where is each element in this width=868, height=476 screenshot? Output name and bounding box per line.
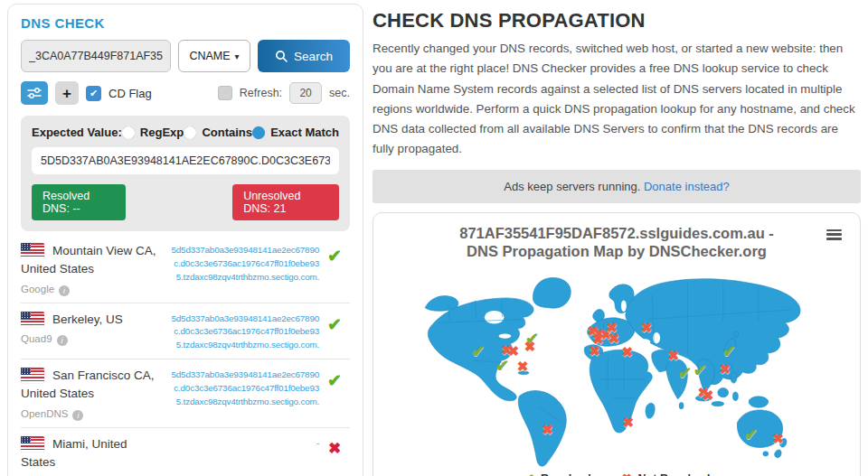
dns-result: 5d5d337ab0a3e93948141ae2ec67890c.d0c3c3e…	[167, 242, 319, 285]
legend-resolved: ✔ Resolved	[524, 471, 591, 476]
map-title: 871AF35541F95DAF8572.sslguides.com.au - …	[381, 224, 853, 261]
map-marker-not-resolved[interactable]: ✖	[524, 340, 536, 353]
dns-result: 5d5d337ab0a3e93948141ae2ec67890c.d0c3c3e…	[167, 367, 319, 409]
hostname-input[interactable]	[21, 40, 171, 72]
expected-value-panel: Expected Value: RegExp Contains Exact Ma…	[21, 116, 350, 231]
map-legend: ✔ Resolved ✖ Not Resolved	[381, 471, 853, 476]
intro-paragraph: Recently changed your DNS records, switc…	[373, 39, 861, 160]
unresolved-dns-badge: Unresolved DNS: 21	[232, 184, 339, 220]
map-title-line2: DNS Propagation Map by DNSChecker.org	[381, 242, 853, 261]
options-row: + ✔ CD Flag Refresh: sec.	[21, 81, 350, 105]
us-flag-icon	[21, 368, 44, 383]
refresh-checkbox[interactable]	[218, 86, 232, 100]
search-button-label: Search	[294, 50, 333, 63]
world-map: ✔✔✔✔✔✔✔✖✖✖✖✖✖✖✖✖✖✖✖✖✖✖✖✖✖✖✖	[386, 266, 847, 469]
map-marker-not-resolved[interactable]: ✖	[772, 432, 784, 445]
dns-result: 5d5d337ab0a3e93948141ae2ec67890c.d0c3c3e…	[167, 311, 319, 353]
info-icon[interactable]: i	[57, 335, 68, 346]
server-provider: Google	[21, 284, 54, 294]
cd-flag-checkbox[interactable]: ✔	[86, 86, 101, 101]
map-marker-resolved[interactable]: ✔	[693, 362, 707, 378]
mode-contains[interactable]: Contains	[184, 126, 252, 139]
map-marker-not-resolved[interactable]: ✖	[542, 423, 553, 436]
dns-server-list: Mountain View CA, United States Googlei …	[21, 235, 350, 476]
not-resolved-cross-icon: ✖	[622, 471, 632, 476]
mode-regexp[interactable]: RegExp	[122, 126, 184, 139]
us-flag-icon	[21, 312, 44, 327]
us-flag-icon	[21, 243, 44, 258]
server-provider: Quad9	[21, 333, 52, 344]
map-marker-not-resolved[interactable]: ✖	[641, 320, 653, 333]
status-icon: ✔	[319, 311, 350, 335]
map-marker-not-resolved[interactable]: ✖	[720, 361, 731, 375]
regexp-radio[interactable]	[122, 126, 135, 139]
donate-link[interactable]: Donate instead?	[644, 180, 730, 193]
expected-value-input[interactable]	[32, 147, 339, 174]
sliders-icon	[27, 87, 42, 99]
search-row: CNAME ▾ Search	[21, 40, 350, 72]
chart-menu-icon[interactable]	[826, 228, 842, 242]
map-marker-not-resolved[interactable]: ✖	[703, 387, 714, 401]
server-location: Berkeley, US	[52, 313, 123, 326]
map-marker-not-resolved[interactable]: ✖	[517, 359, 529, 372]
info-icon[interactable]: i	[59, 285, 70, 296]
record-type-select[interactable]: CNAME ▾	[178, 40, 250, 72]
record-type-value: CNAME	[189, 50, 230, 62]
map-marker-resolved[interactable]: ✔	[495, 358, 509, 374]
check-icon: ✔	[90, 88, 98, 99]
status-icon: ✔	[319, 367, 350, 391]
map-marker-not-resolved[interactable]: ✖	[667, 349, 679, 362]
search-button[interactable]: Search	[258, 40, 350, 72]
ads-notice-text: Ads keep servers running.	[504, 180, 640, 193]
refresh-interval-input[interactable]	[289, 82, 322, 104]
chevron-down-icon: ▾	[235, 51, 240, 61]
map-marker-not-resolved[interactable]: ✖	[622, 415, 634, 429]
options-toggle-button[interactable]	[21, 81, 48, 105]
map-marker-resolved[interactable]: ✔	[471, 343, 485, 359]
map-marker-not-resolved[interactable]: ✖	[621, 344, 633, 358]
cd-flag-label: CD Flag	[108, 87, 152, 100]
map-marker-not-resolved[interactable]: ✖	[507, 343, 519, 357]
map-marker-resolved[interactable]: ✔	[722, 343, 736, 359]
refresh-label: Refresh:	[240, 87, 282, 99]
add-server-button[interactable]: +	[55, 81, 79, 105]
panel-title: DNS CHECK	[21, 15, 350, 31]
map-marker-not-resolved[interactable]: ✖	[589, 343, 600, 357]
server-provider: OpenDNS	[21, 408, 68, 419]
ads-notice: Ads keep servers running. Donate instead…	[373, 170, 861, 203]
map-marker-not-resolved[interactable]: ✖	[609, 331, 620, 345]
expected-value-label: Expected Value:	[32, 126, 122, 139]
table-row: Mountain View CA, United States Googlei …	[21, 235, 350, 303]
legend-resolved-label: Resolved	[541, 472, 591, 476]
map-marker-resolved[interactable]: ✔	[678, 365, 692, 381]
map-marker-resolved[interactable]: ✔	[744, 426, 758, 443]
contains-radio[interactable]	[184, 126, 196, 139]
table-row: Berkeley, US Quad9i 5d5d337ab0a3e9394814…	[21, 303, 350, 360]
mode-exact-match[interactable]: Exact Match	[252, 126, 339, 139]
exact-match-radio[interactable]	[252, 126, 265, 139]
info-icon[interactable]: i	[72, 410, 83, 421]
table-row: San Francisco CA, United States OpenDNSi…	[21, 359, 350, 428]
map-title-line1: 871AF35541F95DAF8572.sslguides.com.au -	[381, 224, 853, 243]
resolved-check-icon: ✔	[524, 471, 535, 476]
status-icon: ✖	[319, 435, 350, 458]
main-content: CHECK DNS PROPAGATION Recently changed y…	[373, 0, 861, 476]
page-title: CHECK DNS PROPAGATION	[373, 9, 861, 33]
legend-not-resolved: ✖ Not Resolved	[622, 471, 711, 476]
dns-result: -	[167, 435, 319, 451]
us-flag-icon	[21, 436, 44, 452]
refresh-unit-label: sec.	[329, 87, 350, 99]
search-icon	[275, 50, 288, 62]
propagation-map-card: 871AF35541F95DAF8572.sslguides.com.au - …	[373, 212, 861, 476]
dns-check-panel: DNS CHECK CNAME ▾ Search + ✔ C	[7, 4, 363, 476]
resolved-dns-badge: Resolved DNS: --	[32, 184, 126, 220]
table-row: Miami, United States AT&T Servicesi - ✖	[21, 428, 350, 476]
status-icon: ✔	[319, 242, 350, 266]
legend-not-resolved-label: Not Resolved	[638, 472, 711, 476]
